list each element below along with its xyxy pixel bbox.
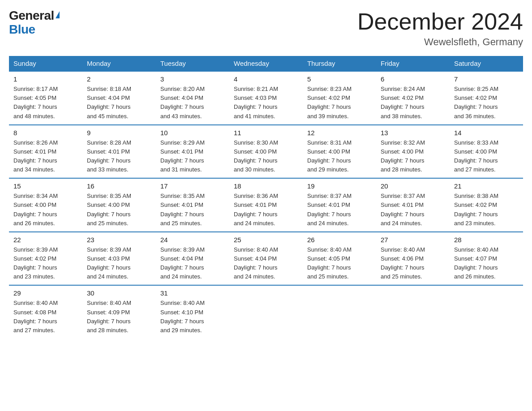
- calendar-header-row: SundayMondayTuesdayWednesdayThursdayFrid…: [9, 56, 523, 71]
- day-info: Sunrise: 8:21 AM Sunset: 4:03 PM Dayligh…: [234, 85, 298, 121]
- calendar-cell: 8Sunrise: 8:26 AM Sunset: 4:01 PM Daylig…: [9, 125, 82, 179]
- calendar-cell: 9Sunrise: 8:28 AM Sunset: 4:01 PM Daylig…: [82, 125, 156, 179]
- day-number: 19: [307, 182, 372, 190]
- calendar-cell: 7Sunrise: 8:25 AM Sunset: 4:02 PM Daylig…: [450, 71, 523, 125]
- calendar-cell: 28Sunrise: 8:40 AM Sunset: 4:07 PM Dayli…: [450, 232, 523, 286]
- calendar-cell: 26Sunrise: 8:40 AM Sunset: 4:05 PM Dayli…: [303, 232, 376, 286]
- header-monday: Monday: [82, 56, 156, 71]
- day-info: Sunrise: 8:17 AM Sunset: 4:05 PM Dayligh…: [13, 85, 78, 121]
- calendar-cell: 19Sunrise: 8:37 AM Sunset: 4:01 PM Dayli…: [303, 178, 376, 232]
- calendar-cell: 30Sunrise: 8:40 AM Sunset: 4:09 PM Dayli…: [82, 285, 156, 339]
- calendar-cell: [303, 285, 376, 339]
- calendar-table: SundayMondayTuesdayWednesdayThursdayFrid…: [9, 56, 523, 339]
- day-info: Sunrise: 8:25 AM Sunset: 4:02 PM Dayligh…: [454, 85, 519, 121]
- calendar-cell: 21Sunrise: 8:38 AM Sunset: 4:02 PM Dayli…: [450, 178, 523, 232]
- day-number: 5: [307, 75, 372, 83]
- calendar-cell: 5Sunrise: 8:23 AM Sunset: 4:02 PM Daylig…: [303, 71, 376, 125]
- day-number: 20: [381, 182, 445, 190]
- logo-triangle-icon: [56, 11, 60, 18]
- calendar-cell: 14Sunrise: 8:33 AM Sunset: 4:00 PM Dayli…: [450, 125, 523, 179]
- calendar-cell: [376, 285, 450, 339]
- calendar-cell: 16Sunrise: 8:35 AM Sunset: 4:00 PM Dayli…: [82, 178, 156, 232]
- day-info: Sunrise: 8:23 AM Sunset: 4:02 PM Dayligh…: [307, 85, 372, 121]
- day-info: Sunrise: 8:40 AM Sunset: 4:04 PM Dayligh…: [234, 245, 298, 282]
- day-info: Sunrise: 8:37 AM Sunset: 4:01 PM Dayligh…: [307, 192, 372, 228]
- day-info: Sunrise: 8:40 AM Sunset: 4:09 PM Dayligh…: [87, 299, 151, 335]
- header-sunday: Sunday: [9, 56, 82, 71]
- day-info: Sunrise: 8:18 AM Sunset: 4:04 PM Dayligh…: [87, 85, 151, 121]
- day-number: 23: [87, 236, 151, 244]
- day-number: 8: [13, 129, 78, 137]
- day-info: Sunrise: 8:39 AM Sunset: 4:02 PM Dayligh…: [13, 245, 78, 282]
- day-info: Sunrise: 8:40 AM Sunset: 4:08 PM Dayligh…: [13, 299, 78, 335]
- day-info: Sunrise: 8:39 AM Sunset: 4:04 PM Dayligh…: [160, 245, 225, 282]
- day-number: 26: [307, 236, 372, 244]
- calendar-week-row: 29Sunrise: 8:40 AM Sunset: 4:08 PM Dayli…: [9, 285, 523, 339]
- day-number: 7: [454, 75, 519, 83]
- day-number: 27: [381, 236, 445, 244]
- calendar-cell: 24Sunrise: 8:39 AM Sunset: 4:04 PM Dayli…: [156, 232, 229, 286]
- header-thursday: Thursday: [303, 56, 376, 71]
- day-number: 6: [381, 75, 445, 83]
- day-number: 22: [13, 236, 78, 244]
- day-info: Sunrise: 8:24 AM Sunset: 4:02 PM Dayligh…: [381, 85, 445, 121]
- location-label: Wewelsfleth, Germany: [357, 36, 523, 48]
- logo-general-text: General: [9, 9, 54, 23]
- calendar-cell: 20Sunrise: 8:37 AM Sunset: 4:01 PM Dayli…: [376, 178, 450, 232]
- day-info: Sunrise: 8:39 AM Sunset: 4:03 PM Dayligh…: [87, 245, 151, 282]
- day-number: 10: [160, 129, 225, 137]
- calendar-cell: 22Sunrise: 8:39 AM Sunset: 4:02 PM Dayli…: [9, 232, 82, 286]
- day-number: 12: [307, 129, 372, 137]
- day-number: 28: [454, 236, 519, 244]
- day-info: Sunrise: 8:40 AM Sunset: 4:06 PM Dayligh…: [381, 245, 445, 282]
- calendar-cell: 11Sunrise: 8:30 AM Sunset: 4:00 PM Dayli…: [229, 125, 303, 179]
- header-saturday: Saturday: [450, 56, 523, 71]
- calendar-cell: 15Sunrise: 8:34 AM Sunset: 4:00 PM Dayli…: [9, 178, 82, 232]
- day-info: Sunrise: 8:26 AM Sunset: 4:01 PM Dayligh…: [13, 138, 78, 175]
- calendar-cell: 12Sunrise: 8:31 AM Sunset: 4:00 PM Dayli…: [303, 125, 376, 179]
- day-number: 4: [234, 75, 298, 83]
- calendar-cell: 29Sunrise: 8:40 AM Sunset: 4:08 PM Dayli…: [9, 285, 82, 339]
- day-number: 14: [454, 129, 519, 137]
- day-number: 16: [87, 182, 151, 190]
- calendar-cell: 2Sunrise: 8:18 AM Sunset: 4:04 PM Daylig…: [82, 71, 156, 125]
- day-info: Sunrise: 8:40 AM Sunset: 4:05 PM Dayligh…: [307, 245, 372, 282]
- day-info: Sunrise: 8:40 AM Sunset: 4:10 PM Dayligh…: [160, 299, 225, 335]
- day-number: 24: [160, 236, 225, 244]
- day-number: 31: [160, 289, 225, 297]
- day-info: Sunrise: 8:35 AM Sunset: 4:00 PM Dayligh…: [87, 192, 151, 228]
- day-info: Sunrise: 8:28 AM Sunset: 4:01 PM Dayligh…: [87, 138, 151, 175]
- day-number: 13: [381, 129, 445, 137]
- calendar-cell: 27Sunrise: 8:40 AM Sunset: 4:06 PM Dayli…: [376, 232, 450, 286]
- day-number: 9: [87, 129, 151, 137]
- day-number: 18: [234, 182, 298, 190]
- day-info: Sunrise: 8:34 AM Sunset: 4:00 PM Dayligh…: [13, 192, 78, 228]
- day-number: 1: [13, 75, 78, 83]
- calendar-cell: 31Sunrise: 8:40 AM Sunset: 4:10 PM Dayli…: [156, 285, 229, 339]
- calendar-cell: 4Sunrise: 8:21 AM Sunset: 4:03 PM Daylig…: [229, 71, 303, 125]
- calendar-cell: 10Sunrise: 8:29 AM Sunset: 4:01 PM Dayli…: [156, 125, 229, 179]
- page-header: General Blue December 2024 Wewelsfleth, …: [9, 9, 523, 48]
- calendar-cell: 17Sunrise: 8:35 AM Sunset: 4:01 PM Dayli…: [156, 178, 229, 232]
- calendar-cell: [229, 285, 303, 339]
- day-info: Sunrise: 8:29 AM Sunset: 4:01 PM Dayligh…: [160, 138, 225, 175]
- calendar-cell: 25Sunrise: 8:40 AM Sunset: 4:04 PM Dayli…: [229, 232, 303, 286]
- day-number: 21: [454, 182, 519, 190]
- day-info: Sunrise: 8:33 AM Sunset: 4:00 PM Dayligh…: [454, 138, 519, 175]
- logo-blue-text: Blue: [9, 23, 60, 37]
- day-number: 11: [234, 129, 298, 137]
- calendar-week-row: 1Sunrise: 8:17 AM Sunset: 4:05 PM Daylig…: [9, 71, 523, 125]
- day-info: Sunrise: 8:32 AM Sunset: 4:00 PM Dayligh…: [381, 138, 445, 175]
- title-block: December 2024 Wewelsfleth, Germany: [357, 9, 523, 48]
- calendar-cell: [450, 285, 523, 339]
- calendar-cell: 18Sunrise: 8:36 AM Sunset: 4:01 PM Dayli…: [229, 178, 303, 232]
- logo: General Blue: [9, 9, 60, 37]
- calendar-cell: 6Sunrise: 8:24 AM Sunset: 4:02 PM Daylig…: [376, 71, 450, 125]
- calendar-week-row: 8Sunrise: 8:26 AM Sunset: 4:01 PM Daylig…: [9, 125, 523, 179]
- day-number: 30: [87, 289, 151, 297]
- day-number: 3: [160, 75, 225, 83]
- calendar-cell: 1Sunrise: 8:17 AM Sunset: 4:05 PM Daylig…: [9, 71, 82, 125]
- day-info: Sunrise: 8:38 AM Sunset: 4:02 PM Dayligh…: [454, 192, 519, 228]
- calendar-cell: 3Sunrise: 8:20 AM Sunset: 4:04 PM Daylig…: [156, 71, 229, 125]
- month-title: December 2024: [357, 9, 523, 34]
